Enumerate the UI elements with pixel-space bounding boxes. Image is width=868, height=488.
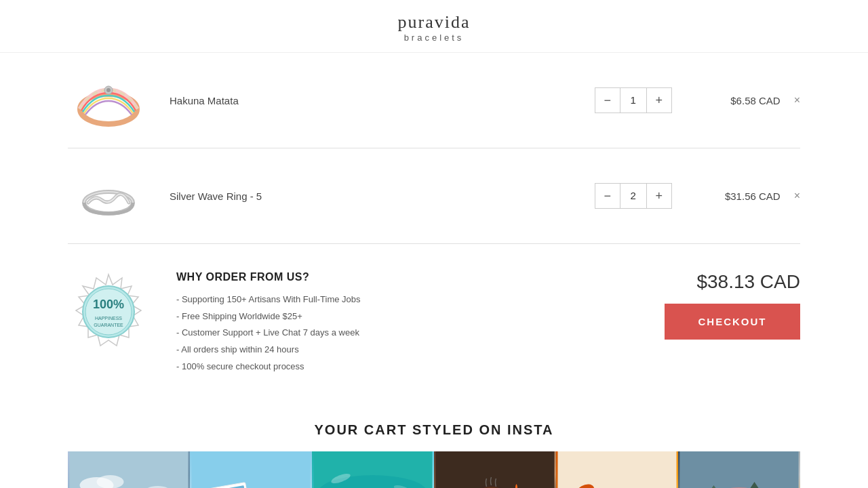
insta-photo-5[interactable]: [556, 451, 678, 488]
insta-title: YOUR CART STYLED ON INSTA: [68, 422, 800, 438]
svg-rect-57: [680, 451, 799, 488]
logo-main: puravida: [398, 12, 471, 32]
svg-point-7: [85, 289, 132, 335]
remove-item-2[interactable]: ×: [794, 190, 800, 202]
logo-sub: bracelets: [0, 33, 868, 43]
insta-photo-6[interactable]: VW: [678, 451, 800, 488]
svg-text:HAPPINESS: HAPPINESS: [95, 316, 122, 321]
cart-container: Hakuna Matata − 1 + $6.58 CAD × Silver W…: [41, 53, 827, 488]
insta-photo-3[interactable]: [312, 451, 434, 488]
svg-text:GUARANTEE: GUARANTEE: [94, 323, 123, 327]
site-header: puravida bracelets: [0, 0, 868, 53]
reason-3: - Customer Support + Live Chat 7 days a …: [176, 325, 637, 342]
checkout-section: $38.13 CAD CHECKOUT: [665, 271, 800, 340]
why-order-section: WHY ORDER FROM US? - Supporting 150+ Art…: [176, 271, 637, 375]
quantity-control-1: − 1 +: [595, 87, 672, 113]
insta-photo-1[interactable]: [68, 451, 190, 488]
cart-bottom: 100% HAPPINESS GUARANTEE WHY ORDER FROM …: [68, 244, 800, 402]
svg-point-2: [106, 88, 111, 92]
checkout-button[interactable]: CHECKOUT: [665, 304, 800, 340]
reason-1: - Supporting 150+ Artisans With Full-Tim…: [176, 291, 637, 308]
svg-text:100%: 100%: [93, 298, 124, 311]
cart-total: $38.13 CAD: [665, 271, 800, 293]
item-2-name: Silver Wave Ring - 5: [170, 190, 554, 202]
qty-value-1: 1: [620, 88, 647, 113]
cart-item-1: Hakuna Matata − 1 + $6.58 CAD ×: [68, 53, 800, 148]
reason-5: - 100% secure checkout process: [176, 359, 637, 375]
insta-photo-4[interactable]: [434, 451, 556, 488]
item-1-name: Hakuna Matata: [170, 95, 554, 106]
item-image-1: [68, 66, 149, 134]
increase-qty-1[interactable]: +: [647, 88, 671, 113]
reason-4: - All orders ship within 24 hours: [176, 342, 637, 359]
why-order-list: - Supporting 150+ Artisans With Full-Tim…: [176, 291, 637, 375]
bracelet-image: [71, 70, 146, 131]
qty-value-2: 2: [620, 184, 647, 208]
svg-rect-17: [192, 451, 311, 488]
decrease-qty-2[interactable]: −: [595, 184, 620, 208]
logo: puravida bracelets: [0, 12, 868, 43]
insta-section: YOUR CART STYLED ON INSTA: [68, 402, 800, 488]
increase-qty-2[interactable]: +: [647, 184, 671, 208]
svg-rect-45: [558, 451, 677, 488]
item-2-price: $31.56 CAD: [713, 190, 781, 202]
quantity-control-2: − 2 +: [595, 183, 672, 209]
reason-2: - Free Shipping Worldwide $25+: [176, 308, 637, 325]
ring-image: [75, 169, 142, 223]
decrease-qty-1[interactable]: −: [595, 88, 620, 113]
insta-photo-2[interactable]: [190, 451, 312, 488]
remove-item-1[interactable]: ×: [794, 94, 800, 106]
insta-grid: VW: [68, 451, 800, 488]
item-image-2: [68, 162, 149, 230]
item-1-price: $6.58 CAD: [713, 95, 781, 106]
guarantee-badge: 100% HAPPINESS GUARANTEE: [68, 271, 149, 352]
badge-svg: 100% HAPPINESS GUARANTEE: [68, 271, 149, 352]
cart-item-2: Silver Wave Ring - 5 − 2 + $31.56 CAD ×: [68, 148, 800, 244]
why-order-title: WHY ORDER FROM US?: [176, 271, 637, 283]
